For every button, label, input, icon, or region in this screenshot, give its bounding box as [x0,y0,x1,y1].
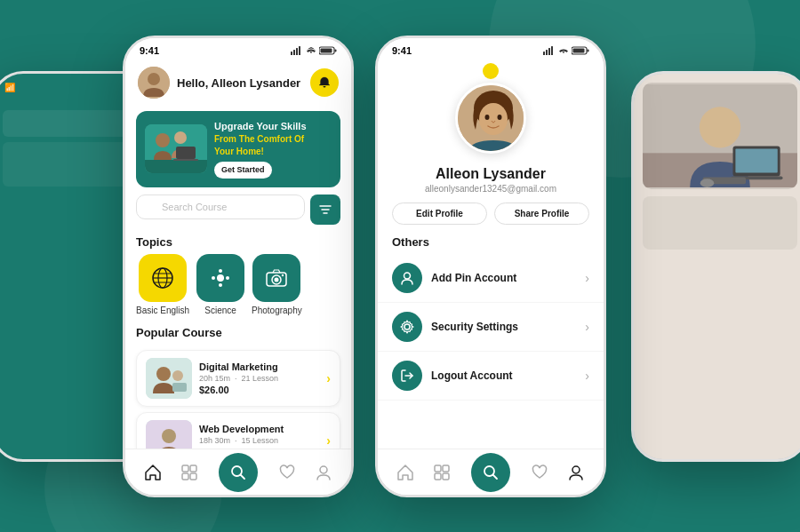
popular-course-title: Popular Course [125,322,351,345]
svg-point-54 [479,103,508,135]
svg-rect-6 [321,49,332,53]
topic-label-science: Science [204,306,236,315]
nav-search[interactable] [219,453,258,492]
topic-science[interactable]: Science [196,254,244,315]
camera-icon [266,268,287,288]
profile-username: Alleon Lysander [392,166,589,182]
addpin-arrow: › [585,271,589,285]
edit-profile-button[interactable]: Edit Profile [392,202,487,225]
bell-icon [318,76,331,89]
profile-avatar-wrapper [378,83,604,154]
profile-nav-favorites[interactable] [532,465,548,480]
svg-rect-1 [293,50,295,55]
topic-icon-photo [252,254,300,302]
svg-rect-60 [435,465,441,472]
phone-profile: 9:41 [375,36,606,497]
menu-item-logout[interactable]: Logout Account › [378,352,604,401]
svg-rect-47 [548,48,550,55]
far-right-img-top [643,83,797,189]
svg-point-44 [320,466,327,473]
profile-status-icons [543,46,589,55]
course-meta-2: 18h 30m · 15 Lesson [199,436,319,445]
security-arrow: › [585,320,589,334]
profile-nav-profile[interactable] [568,465,584,480]
profile-avatar [455,83,526,154]
nav-courses[interactable] [181,465,197,480]
nav-home[interactable] [145,465,161,480]
svg-point-55 [485,115,490,120]
course-arrow-1: › [326,371,331,385]
svg-rect-63 [443,473,449,480]
svg-point-69 [700,107,740,147]
profile-content: 9:41 [378,38,604,495]
svg-line-43 [240,474,244,479]
nav-profile[interactable] [316,465,332,480]
course-price-1: $26.00 [199,385,319,395]
science-icon [210,267,231,289]
topic-photography[interactable]: Photography [252,254,302,315]
filter-button[interactable] [310,195,340,225]
grid-icon [181,465,197,480]
topic-label-english: Basic English [136,306,189,315]
topics-title: Topics [125,232,351,254]
svg-rect-51 [573,49,585,53]
menu-item-addpin[interactable]: Add Pin Account › [378,254,604,303]
svg-point-30 [275,277,279,282]
profile-action-buttons: Edit Profile Share Profile [378,202,604,225]
globe-icon [151,266,174,290]
course-info-1: Digital Marketing 20h 15m · 21 Lesson $2… [199,361,319,395]
heart-icon-2 [532,465,548,480]
far-right-bottom-block [643,196,797,250]
svg-rect-14 [173,159,198,161]
phone-header: Hello, Alleon Lysander [125,60,351,106]
profile-nav-home[interactable] [397,465,413,480]
logout-arrow: › [585,369,589,383]
topic-icon-science [196,254,244,302]
time-display: 9:41 [140,45,159,56]
topic-label-photography: Photography [252,306,302,315]
svg-rect-62 [435,473,441,480]
menu-item-security[interactable]: Security Settings › [378,303,604,352]
search-input[interactable]: Search Course [136,195,305,219]
svg-point-37 [162,429,176,443]
person-icon [400,271,414,285]
yellow-indicator [483,63,499,79]
main-bottom-nav [125,449,351,495]
banner-highlight2: Your Home! [214,146,307,158]
wifi-icon-2 [558,46,569,55]
logout-icon [392,361,422,391]
profile-nav-icon [316,465,332,480]
svg-point-66 [572,466,580,473]
svg-point-74 [700,179,714,187]
search-nav-icon-2 [483,465,499,480]
phone-main-content: 9:41 [125,38,351,495]
topic-basic-english[interactable]: Basic English [136,254,189,315]
profile-nav-courses[interactable] [434,465,450,480]
svg-rect-3 [299,46,300,55]
svg-rect-2 [296,48,298,55]
profile-nav-search[interactable] [471,453,510,492]
svg-point-34 [172,370,183,381]
share-profile-button[interactable]: Share Profile [494,202,589,225]
status-icons [291,46,337,55]
header-avatar [138,67,170,99]
svg-point-23 [217,274,224,282]
svg-point-58 [404,324,410,330]
svg-rect-45 [543,52,545,55]
bell-button[interactable] [310,68,339,97]
addpin-label: Add Pin Account [431,272,576,284]
banner-image [145,124,207,173]
svg-rect-61 [443,465,449,472]
yellow-dot-top [378,60,604,79]
nav-favorites[interactable] [279,465,295,480]
logout-icon-svg [400,369,414,383]
search-nav-icon [230,465,246,480]
svg-rect-5 [335,50,337,52]
get-started-button[interactable]: Get Started [214,162,272,179]
addpin-icon [392,263,422,293]
svg-line-65 [492,474,497,479]
gear-icon [400,320,414,334]
course-card-1[interactable]: Digital Marketing 20h 15m · 21 Lesson $2… [136,350,340,407]
profile-bottom-nav [378,449,604,495]
course-thumb-1 [146,358,192,399]
